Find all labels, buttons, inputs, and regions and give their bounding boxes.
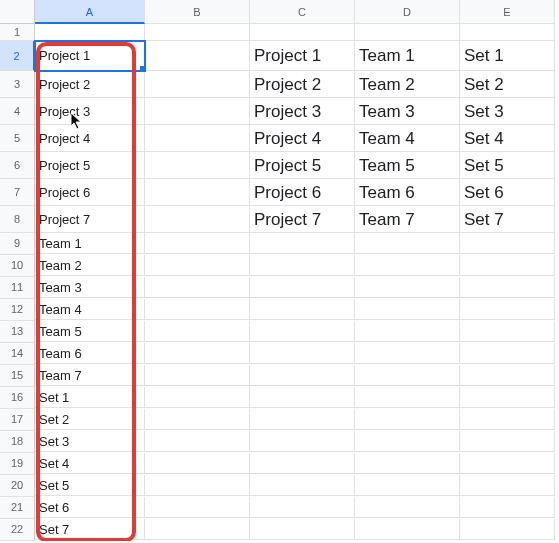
- row-header[interactable]: 17: [0, 409, 35, 431]
- cell[interactable]: [460, 475, 555, 496]
- cell[interactable]: Project 3: [250, 98, 355, 125]
- cell[interactable]: [460, 299, 555, 320]
- col-header-A[interactable]: A: [35, 0, 145, 24]
- cell[interactable]: Team 4: [355, 125, 460, 152]
- row-header[interactable]: 11: [0, 277, 35, 299]
- cell[interactable]: [250, 409, 355, 430]
- cell[interactable]: Set 4: [460, 125, 555, 152]
- col-header-C[interactable]: C: [250, 0, 355, 24]
- cell[interactable]: [250, 255, 355, 276]
- cell[interactable]: [145, 41, 250, 71]
- cell[interactable]: [460, 365, 555, 386]
- cell[interactable]: [145, 365, 250, 386]
- row-header[interactable]: 5: [0, 125, 35, 152]
- row-header[interactable]: 19: [0, 453, 35, 475]
- col-header-B[interactable]: B: [145, 0, 250, 24]
- cell[interactable]: [250, 519, 355, 540]
- cell[interactable]: [355, 387, 460, 408]
- cell[interactable]: [35, 24, 145, 41]
- cell[interactable]: Project 1: [250, 41, 355, 71]
- spreadsheet-grid[interactable]: A B C D E 1 2 Project 1 Project 1 Team 1…: [0, 0, 559, 541]
- cell[interactable]: [145, 152, 250, 179]
- row-header[interactable]: 12: [0, 299, 35, 321]
- cell[interactable]: Team 4: [35, 299, 145, 320]
- cell[interactable]: [355, 321, 460, 342]
- cell[interactable]: Project 5: [250, 152, 355, 179]
- row-header[interactable]: 9: [0, 233, 35, 255]
- row-header[interactable]: 18: [0, 431, 35, 453]
- cell[interactable]: Team 5: [355, 152, 460, 179]
- cell[interactable]: [460, 255, 555, 276]
- cell[interactable]: Project 2: [35, 71, 145, 98]
- cell[interactable]: [145, 431, 250, 452]
- cell[interactable]: [250, 365, 355, 386]
- cell[interactable]: [145, 497, 250, 518]
- cell[interactable]: [355, 233, 460, 254]
- cell[interactable]: [145, 233, 250, 254]
- cell[interactable]: Project 2: [250, 71, 355, 98]
- cell[interactable]: Team 1: [355, 41, 460, 71]
- cell[interactable]: Team 3: [355, 98, 460, 125]
- cell[interactable]: [145, 387, 250, 408]
- col-header-D[interactable]: D: [355, 0, 460, 24]
- cell[interactable]: Set 2: [35, 409, 145, 430]
- cell[interactable]: [145, 277, 250, 298]
- row-header[interactable]: 6: [0, 152, 35, 179]
- row-header[interactable]: 21: [0, 497, 35, 519]
- cell[interactable]: [145, 98, 250, 125]
- cell[interactable]: Project 6: [35, 179, 145, 206]
- cell[interactable]: Set 1: [35, 387, 145, 408]
- row-header[interactable]: 1: [0, 24, 35, 41]
- cell[interactable]: Set 6: [35, 497, 145, 518]
- cell[interactable]: Project 4: [250, 125, 355, 152]
- cell[interactable]: [355, 24, 460, 41]
- cell[interactable]: Set 7: [35, 519, 145, 540]
- cell[interactable]: Set 5: [35, 475, 145, 496]
- cell[interactable]: [460, 277, 555, 298]
- cell[interactable]: [460, 343, 555, 364]
- cell[interactable]: [355, 409, 460, 430]
- cell[interactable]: [145, 179, 250, 206]
- cell[interactable]: [460, 24, 555, 41]
- cell[interactable]: [355, 431, 460, 452]
- row-header[interactable]: 4: [0, 98, 35, 125]
- cell[interactable]: [355, 277, 460, 298]
- cell[interactable]: Project 3: [35, 98, 145, 125]
- cell[interactable]: [460, 387, 555, 408]
- cell[interactable]: [460, 431, 555, 452]
- cell[interactable]: Team 7: [355, 206, 460, 233]
- cell[interactable]: Team 6: [355, 179, 460, 206]
- cell[interactable]: Set 7: [460, 206, 555, 233]
- cell[interactable]: [460, 519, 555, 540]
- cell[interactable]: [145, 453, 250, 474]
- row-header[interactable]: 3: [0, 71, 35, 98]
- cell[interactable]: [145, 321, 250, 342]
- row-header[interactable]: 10: [0, 255, 35, 277]
- col-header-E[interactable]: E: [460, 0, 555, 24]
- cell[interactable]: Set 6: [460, 179, 555, 206]
- cell[interactable]: [145, 519, 250, 540]
- cell[interactable]: Team 2: [35, 255, 145, 276]
- cell[interactable]: [145, 475, 250, 496]
- cell[interactable]: [250, 475, 355, 496]
- cell[interactable]: [250, 497, 355, 518]
- select-all-corner[interactable]: [0, 0, 35, 24]
- cell[interactable]: [145, 206, 250, 233]
- cell[interactable]: [460, 497, 555, 518]
- row-header[interactable]: 15: [0, 365, 35, 387]
- cell[interactable]: [460, 409, 555, 430]
- cell[interactable]: Team 3: [35, 277, 145, 298]
- cell[interactable]: [355, 365, 460, 386]
- cell[interactable]: Set 3: [35, 431, 145, 452]
- cell[interactable]: [355, 519, 460, 540]
- cell[interactable]: Team 1: [35, 233, 145, 254]
- row-header[interactable]: 13: [0, 321, 35, 343]
- row-header[interactable]: 16: [0, 387, 35, 409]
- cell[interactable]: [250, 431, 355, 452]
- cell[interactable]: [250, 233, 355, 254]
- cell[interactable]: [250, 387, 355, 408]
- cell[interactable]: [145, 299, 250, 320]
- cell[interactable]: [250, 343, 355, 364]
- cell[interactable]: [145, 409, 250, 430]
- cell[interactable]: Team 2: [355, 71, 460, 98]
